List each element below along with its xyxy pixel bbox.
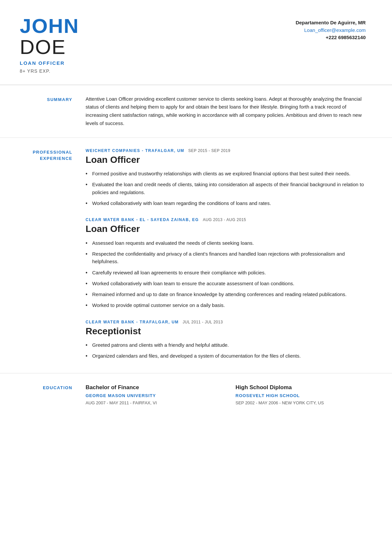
- list-item: Assessed loan requests and evaluated the…: [86, 239, 366, 247]
- phone: +222 6985632140: [296, 34, 366, 41]
- edu-degree-1: Bachelor of Finance: [86, 383, 216, 392]
- exp-bullets-3: Greeted patrons and clients with a frien…: [86, 341, 366, 360]
- summary-label: SUMMARY: [20, 95, 86, 128]
- edu-entry-2: High School Diploma ROOSEVELT HIGH SCHOO…: [236, 383, 366, 406]
- experience-section: PROFESSIONAL EXPERIENCE WEICHERT COMPANI…: [0, 138, 392, 373]
- edu-degree-2: High School Diploma: [236, 383, 366, 392]
- exp-bullets-1: Formed positive and trustworthy relation…: [86, 170, 366, 207]
- list-item: Organized calendars and files, and devel…: [86, 352, 366, 360]
- list-item: Remained informed and up to date on fina…: [86, 290, 366, 298]
- edu-dates-2: SEP 2002 - MAY 2006 - NEW YORK CITY, US: [236, 400, 366, 406]
- exp-company-1: WEICHERT COMPANIES - TRAFALGAR, UM: [86, 148, 184, 154]
- exp-bullets-2: Assessed loan requests and evaluated the…: [86, 239, 366, 309]
- exp-company-3: CLEAR WATER BANK - TRAFALGAR, UM: [86, 319, 179, 325]
- list-item: Carefully reviewed all loan agreements t…: [86, 269, 366, 276]
- exp-company-line-3: CLEAR WATER BANK - TRAFALGAR, UM JUL 201…: [86, 319, 366, 325]
- exp-company-line-1: WEICHERT COMPANIES - TRAFALGAR, UM SEP 2…: [86, 148, 366, 154]
- list-item: Worked collaboratively with loan team re…: [86, 199, 366, 207]
- header-left: JOHN DOE LOAN OFFICER 8+ YRS EXP.: [20, 16, 79, 75]
- summary-text: Attentive Loan Officer providing excelle…: [86, 95, 366, 128]
- education-content: Bachelor of Finance GEORGE MASON UNIVERS…: [86, 383, 366, 406]
- resume-wrapper: JOHN DOE LOAN OFFICER 8+ YRS EXP. Depart…: [0, 0, 392, 554]
- summary-section: SUMMARY Attentive Loan Officer providing…: [0, 85, 392, 138]
- experience-label: 8+ YRS EXP.: [20, 68, 79, 75]
- exp-entry-2: CLEAR WATER BANK - EL - SAYEDA ZAINAB, E…: [86, 217, 366, 309]
- experience-content: WEICHERT COMPANIES - TRAFALGAR, UM SEP 2…: [86, 148, 366, 363]
- exp-company-2: CLEAR WATER BANK - EL - SAYEDA ZAINAB, E…: [86, 217, 199, 223]
- header-right: Departamento De Aguirre, MR Loan_officer…: [296, 16, 366, 41]
- summary-content: Attentive Loan Officer providing excelle…: [86, 95, 366, 128]
- list-item: Evaluated the loan and credit needs of c…: [86, 181, 366, 196]
- job-title: LOAN OFFICER: [20, 60, 79, 67]
- exp-role-2: Loan Officer: [86, 223, 366, 235]
- education-grid: Bachelor of Finance GEORGE MASON UNIVERS…: [86, 383, 366, 406]
- edu-dates-1: AUG 2007 - MAY 2011 - FAIRFAX, VI: [86, 400, 216, 406]
- header: JOHN DOE LOAN OFFICER 8+ YRS EXP. Depart…: [0, 0, 392, 85]
- exp-dates-1: SEP 2015 - SEP 2019: [188, 148, 230, 154]
- edu-entry-1: Bachelor of Finance GEORGE MASON UNIVERS…: [86, 383, 216, 406]
- edu-school-2: ROOSEVELT HIGH SCHOOL: [236, 392, 366, 399]
- name-last: DOE: [20, 36, 79, 58]
- name-first: JOHN: [20, 16, 79, 36]
- education-label: EDUCATION: [20, 383, 86, 406]
- list-item: Worked to provide optimal customer servi…: [86, 301, 366, 309]
- exp-role-1: Loan Officer: [86, 154, 366, 165]
- edu-school-1: GEORGE MASON UNIVERSITY: [86, 392, 216, 399]
- location: Departamento De Aguirre, MR: [296, 19, 366, 27]
- exp-dates-3: JUL 2011 - JUL 2013: [183, 319, 223, 325]
- exp-entry-3: CLEAR WATER BANK - TRAFALGAR, UM JUL 201…: [86, 319, 366, 360]
- list-item: Formed positive and trustworthy relation…: [86, 170, 366, 177]
- list-item: Respected the confidentiality and privac…: [86, 250, 366, 265]
- exp-entry-1: WEICHERT COMPANIES - TRAFALGAR, UM SEP 2…: [86, 148, 366, 207]
- email: Loan_officer@example.com: [296, 27, 366, 34]
- education-section: EDUCATION Bachelor of Finance GEORGE MAS…: [0, 373, 392, 416]
- exp-company-line-2: CLEAR WATER BANK - EL - SAYEDA ZAINAB, E…: [86, 217, 366, 223]
- list-item: Worked collaboratively with loan team to…: [86, 280, 366, 287]
- exp-role-3: Receptionist: [86, 326, 366, 337]
- experience-label-text: PROFESSIONAL EXPERIENCE: [20, 148, 86, 363]
- exp-dates-2: AUG 2013 - AUG 2015: [203, 217, 246, 223]
- list-item: Greeted patrons and clients with a frien…: [86, 341, 366, 349]
